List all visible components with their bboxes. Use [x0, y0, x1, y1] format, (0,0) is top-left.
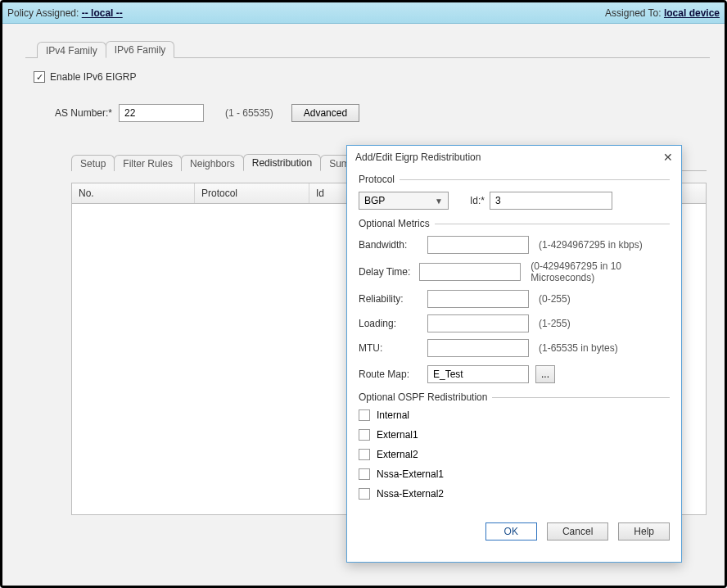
as-number-label: AS Number:*: [55, 107, 112, 119]
metrics-legend: Optional Metrics: [359, 218, 670, 229]
tab-ipv4-family[interactable]: IPv4 Family: [37, 42, 106, 58]
ospf-external1-checkbox[interactable]: [359, 429, 370, 441]
family-tabs: IPv4 Family IPv6 Family: [37, 40, 710, 58]
mtu-row: MTU: (1-65535 in bytes): [359, 339, 670, 357]
ospf-external1-label: External1: [377, 429, 418, 441]
ospf-external1-row: External1: [359, 429, 670, 441]
tab-filter-rules[interactable]: Filter Rules: [114, 155, 182, 171]
metrics-legend-label: Optional Metrics: [359, 218, 430, 229]
col-protocol: Protocol: [195, 183, 309, 203]
dialog-buttons: OK Cancel Help: [347, 516, 681, 549]
ospf-internal-label: Internal: [377, 409, 409, 421]
loading-row: Loading: (1-255): [359, 314, 670, 332]
route-map-input[interactable]: [427, 365, 529, 383]
ospf-group: Optional OSPF Redistribution Internal Ex…: [359, 391, 670, 500]
tab-neighbors[interactable]: Neighbors: [181, 155, 244, 171]
checkmark-icon: ✓: [36, 73, 43, 82]
delay-input[interactable]: [419, 263, 521, 281]
assigned-to-link[interactable]: local device: [664, 7, 720, 19]
tab-redistribution[interactable]: Redistribution: [243, 154, 321, 171]
route-map-label: Route Map:: [359, 369, 427, 380]
as-number-input[interactable]: [119, 104, 204, 122]
protocol-row: BGP ▼ Id:*: [359, 192, 670, 210]
legend-line: [400, 179, 670, 180]
mtu-input[interactable]: [427, 339, 529, 357]
optional-metrics-group: Optional Metrics Bandwidth: (1-429496729…: [359, 218, 670, 357]
ospf-legend: Optional OSPF Redistribution: [359, 391, 670, 403]
loading-input[interactable]: [427, 314, 529, 332]
enable-ipv6-eigrp-label: Enable IPv6 EIGRP: [50, 71, 136, 83]
ospf-nssa-external1-checkbox[interactable]: [359, 468, 370, 480]
route-map-row: Route Map: ...: [359, 365, 670, 383]
app-frame: Policy Assigned: -- local -- Assigned To…: [0, 0, 727, 588]
loading-hint: (1-255): [539, 318, 571, 329]
enable-ipv6-eigrp-checkbox[interactable]: ✓: [34, 71, 45, 83]
ospf-internal-row: Internal: [359, 409, 670, 421]
assigned-to: Assigned To: local device: [605, 7, 720, 19]
dialog-title: Add/Edit Eigrp Redistribution: [355, 152, 481, 163]
policy-assigned-link[interactable]: -- local --: [82, 7, 123, 19]
ospf-legend-label: Optional OSPF Redistribution: [359, 391, 487, 403]
ospf-nssa-external1-label: Nssa-External1: [377, 468, 444, 480]
delay-hint: (0-4294967295 in 10 Microseconds): [531, 260, 670, 283]
route-map-browse-button[interactable]: ...: [535, 365, 555, 383]
tab-setup[interactable]: Setup: [71, 155, 115, 171]
policy-assigned-label: Policy Assigned:: [7, 7, 79, 19]
protocol-group: Protocol BGP ▼ Id:*: [359, 174, 670, 210]
chevron-down-icon: ▼: [435, 197, 443, 206]
ospf-external2-row: External2: [359, 449, 670, 460]
bandwidth-input[interactable]: [427, 236, 529, 254]
legend-line: [435, 224, 670, 224]
help-button[interactable]: Help: [618, 522, 670, 541]
protocol-legend-label: Protocol: [359, 174, 395, 185]
ospf-external2-checkbox[interactable]: [359, 449, 370, 460]
advanced-button[interactable]: Advanced: [291, 104, 359, 122]
reliability-hint: (0-255): [539, 293, 571, 305]
mtu-label: MTU:: [359, 342, 427, 354]
policy-assigned: Policy Assigned: -- local --: [7, 7, 123, 19]
reliability-label: Reliability:: [359, 293, 427, 305]
protocol-value: BGP: [364, 195, 385, 206]
mtu-hint: (1-65535 in bytes): [539, 342, 618, 354]
col-no: No.: [72, 183, 195, 203]
title-bar: Policy Assigned: -- local -- Assigned To…: [2, 2, 725, 24]
id-label: Id:*: [470, 195, 485, 206]
as-number-hint: (1 - 65535): [225, 107, 273, 119]
ok-button[interactable]: OK: [485, 522, 537, 541]
dialog-caption: Add/Edit Eigrp Redistribution ✕: [347, 146, 681, 169]
ospf-nssa-external1-row: Nssa-External1: [359, 468, 670, 480]
ospf-nssa-external2-label: Nssa-External2: [377, 488, 444, 500]
assigned-to-label: Assigned To:: [605, 7, 662, 19]
reliability-input[interactable]: [427, 290, 529, 308]
enable-ipv6-eigrp-row: ✓ Enable IPv6 EIGRP: [34, 71, 707, 83]
delay-row: Delay Time: (0-4294967295 in 10 Microsec…: [359, 260, 670, 283]
as-number-row: AS Number:* (1 - 65535) Advanced: [55, 104, 707, 122]
page-body: IPv4 Family IPv6 Family ✓ Enable IPv6 EI…: [2, 24, 725, 586]
bandwidth-hint: (1-4294967295 in kbps): [539, 239, 643, 251]
id-input[interactable]: [490, 192, 612, 210]
id-block: Id:*: [470, 192, 612, 210]
ospf-external2-label: External2: [377, 449, 418, 460]
ospf-nssa-external2-row: Nssa-External2: [359, 488, 670, 500]
protocol-legend: Protocol: [359, 174, 670, 185]
bandwidth-label: Bandwidth:: [359, 239, 427, 251]
dialog-body: Protocol BGP ▼ Id:*: [347, 169, 681, 516]
close-icon[interactable]: ✕: [662, 151, 675, 164]
reliability-row: Reliability: (0-255): [359, 290, 670, 308]
ellipsis-icon: ...: [541, 369, 549, 380]
ospf-nssa-external2-checkbox[interactable]: [359, 488, 370, 500]
cancel-button[interactable]: Cancel: [547, 522, 608, 541]
bandwidth-row: Bandwidth: (1-4294967295 in kbps): [359, 236, 670, 254]
legend-line: [492, 397, 670, 398]
add-edit-eigrp-redistribution-dialog: Add/Edit Eigrp Redistribution ✕ Protocol…: [346, 145, 682, 563]
ospf-internal-checkbox[interactable]: [359, 409, 370, 421]
loading-label: Loading:: [359, 318, 427, 329]
delay-label: Delay Time:: [359, 266, 419, 278]
tab-ipv6-family[interactable]: IPv6 Family: [106, 41, 175, 58]
protocol-select[interactable]: BGP ▼: [359, 192, 449, 210]
